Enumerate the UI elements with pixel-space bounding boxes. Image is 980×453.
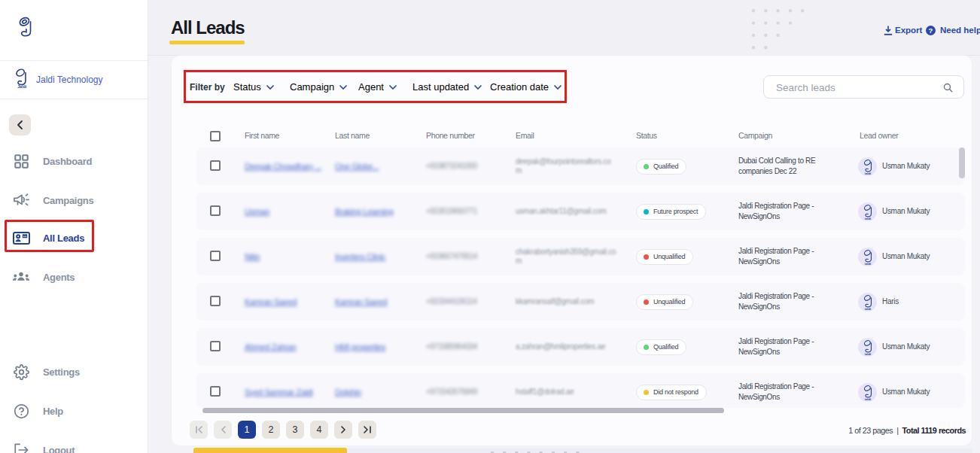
svg-text:jaldi: jaldi bbox=[863, 397, 871, 400]
svg-text:jaldi: jaldi bbox=[863, 351, 871, 354]
svg-text:jaldi: jaldi bbox=[863, 216, 871, 219]
svg-text:Jaldi: Jaldi bbox=[17, 84, 27, 89]
svg-text:jaldi: jaldi bbox=[863, 171, 871, 174]
svg-text:jaldi: jaldi bbox=[863, 306, 871, 309]
svg-text:jaldi: jaldi bbox=[863, 261, 871, 264]
